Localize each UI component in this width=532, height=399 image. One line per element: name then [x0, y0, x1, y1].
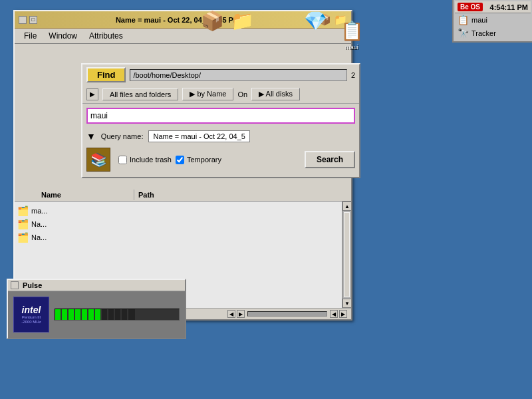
find-button[interactable]: Find — [86, 67, 126, 82]
scroll-left-btn[interactable]: ◀ — [227, 310, 235, 318]
menu-file[interactable]: File — [19, 30, 42, 42]
meter-seg-1 — [55, 309, 62, 320]
meter-seg-11 — [122, 309, 128, 320]
filter-type-btn[interactable]: All files and folders — [102, 88, 178, 100]
resize-buttons: ◀ ▶ — [330, 310, 347, 318]
resize-right-btn[interactable]: ▶ — [339, 310, 347, 318]
folder-icon: 📁 — [226, 10, 258, 32]
search-button[interactable]: Search — [305, 151, 355, 168]
query-value-display: Name = maui - Oct 22, 04_5 — [148, 130, 249, 142]
scroll-down-btn[interactable]: ▼ — [342, 299, 352, 308]
taskbar-tracker-label: Tracker — [471, 29, 496, 37]
scrollbar-vertical[interactable]: ▲ ▼ — [342, 201, 351, 308]
filter-disk-label: All disks — [266, 90, 293, 98]
pulse-widget: Pulse intel Pentium III -2000 MHz — [7, 279, 186, 339]
pulse-title: Pulse — [23, 281, 42, 289]
intel-badge: intel Pentium III -2000 MHz — [13, 297, 49, 332]
col-header-path: Path — [134, 190, 351, 200]
gem-icon: 💎 — [299, 10, 331, 32]
menu-window[interactable]: Window — [43, 30, 82, 42]
path-display: /boot/home/Desktop/ — [130, 69, 346, 81]
meter-seg-12 — [128, 309, 135, 320]
taskbar: Be OS 4:54:11 PM 📋 maui 🔭 Tracker — [452, 0, 532, 43]
taskbar-item-tracker[interactable]: 🔭 Tracker — [455, 27, 531, 40]
meter-seg-5 — [82, 309, 88, 320]
temporary-checkbox[interactable] — [176, 156, 184, 164]
intel-sub1: Pentium III — [22, 315, 41, 320]
table-row[interactable]: 🗂️ Na... — [15, 231, 351, 244]
maui-label: maui — [345, 44, 358, 51]
find-title-row: Find /boot/home/Desktop/ 2 — [82, 65, 359, 85]
desktop-icon-folder[interactable]: 📁 — [226, 10, 258, 32]
search-input[interactable] — [86, 108, 355, 124]
find-panel: Find /boot/home/Desktop/ 2 ▶ All files a… — [81, 63, 360, 178]
scroll-buttons: ◀ ▶ — [227, 310, 245, 318]
filter-disk-btn[interactable]: ▶ All disks — [251, 88, 300, 100]
meter-seg-10 — [115, 309, 122, 320]
taskbar-time: 4:54:11 PM — [490, 3, 528, 11]
meter-seg-3 — [68, 309, 75, 320]
menu-attributes[interactable]: Attributes — [84, 30, 128, 42]
file-rows: 🗂️ ma... 🗂️ Na... 🗂️ Na... — [15, 201, 351, 247]
filter-on-label: On — [237, 90, 247, 98]
taskbar-top: Be OS 4:54:11 PM — [455, 1, 531, 13]
meter-seg-2 — [62, 309, 68, 320]
column-header: Name Path — [15, 189, 351, 201]
file-name: Na... — [31, 220, 124, 228]
taskbar-maui-label: maui — [471, 16, 487, 24]
maui-desktop-icon: 📋 — [336, 20, 368, 42]
filter-disk-arrow: ▶ — [259, 90, 265, 98]
desktop-icon-maui[interactable]: 📋 maui — [336, 20, 368, 51]
desktop-icon-packages[interactable]: 📦 — [196, 10, 228, 32]
file-name: Na... — [31, 233, 124, 241]
filter-sort-label: by Name — [197, 90, 226, 98]
meter-seg-8 — [102, 309, 108, 320]
scroll-thumb[interactable] — [344, 212, 350, 297]
include-trash-label: Include trash — [130, 156, 172, 164]
options-row: 📚 Include trash Temporary Search — [82, 145, 359, 177]
col-header-name: Name — [15, 190, 134, 200]
query-icon: 📚 — [86, 148, 110, 172]
query-row: ▼ Query name: Name = maui - Oct 22, 04_5 — [82, 128, 359, 145]
query-name-label: Query name: — [101, 132, 144, 140]
table-row[interactable]: 🗂️ ma... — [15, 204, 351, 217]
pulse-titlebar: Pulse — [8, 280, 185, 291]
maui-icon: 📋 — [458, 15, 469, 25]
search-input-row — [82, 104, 359, 128]
include-trash-group: Include trash — [118, 156, 172, 164]
meter-seg-9 — [108, 309, 115, 320]
find-filter-row: ▶ All files and folders ▶ by Name On ▶ A… — [82, 85, 359, 104]
scroll-up-btn[interactable]: ▲ — [342, 201, 352, 211]
pulse-content: intel Pentium III -2000 MHz — [8, 291, 185, 338]
cpu-meter — [55, 309, 180, 321]
resize-left-btn[interactable]: ◀ — [330, 310, 338, 318]
packages-icon: 📦 — [196, 10, 228, 32]
filter-sort-arrow: ▶ — [190, 90, 197, 98]
file-icon: 🗂️ — [17, 219, 29, 229]
meter-seg-6 — [88, 309, 95, 320]
pulse-close-btn[interactable] — [11, 281, 19, 289]
temporary-group: Temporary — [176, 156, 221, 164]
file-icon: 🗂️ — [17, 205, 29, 216]
scroll-right-btn[interactable]: ▶ — [237, 310, 245, 318]
query-dropdown-arrow[interactable]: ▼ — [86, 131, 96, 142]
tracker-icon: 🔭 — [458, 28, 469, 39]
table-row[interactable]: 🗂️ Na... — [15, 217, 351, 231]
desktop-icon-gem[interactable]: 💎 — [299, 10, 331, 32]
window-zoom-btn[interactable]: □ — [29, 16, 37, 24]
file-icon: 🗂️ — [17, 232, 29, 243]
window-controls: □ — [19, 16, 37, 24]
include-trash-checkbox[interactable] — [118, 156, 127, 164]
taskbar-item-maui[interactable]: 📋 maui — [455, 13, 531, 27]
intel-sub2: -2000 MHz — [21, 320, 41, 325]
filter-expand-btn[interactable]: ▶ — [86, 88, 98, 100]
window-close-btn[interactable] — [19, 16, 27, 24]
filter-sort-btn[interactable]: ▶ by Name — [182, 88, 233, 100]
meter-seg-7 — [95, 309, 102, 320]
intel-logo: intel — [22, 305, 41, 315]
meter-seg-4 — [75, 309, 82, 320]
cpu-meter-bar — [55, 309, 180, 321]
horizontal-scrollbar[interactable] — [247, 311, 327, 317]
temporary-label: Temporary — [187, 156, 221, 164]
statusbar-controls: ◀ ▶ ◀ ▶ — [227, 310, 347, 318]
